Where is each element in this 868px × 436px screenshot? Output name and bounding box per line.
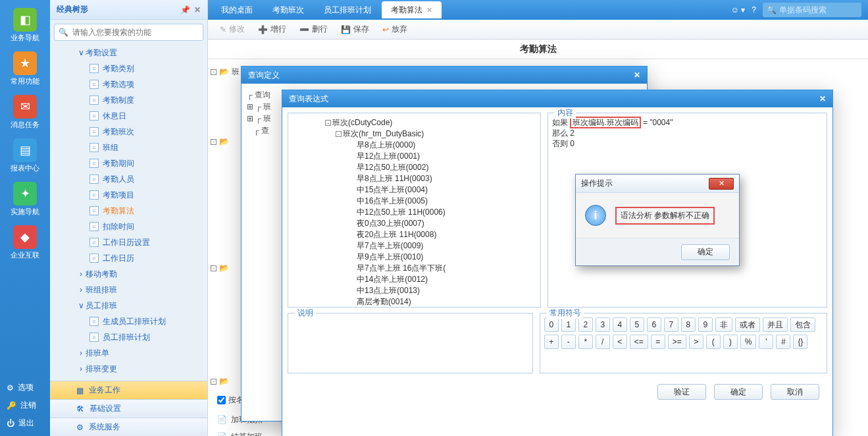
close-icon[interactable]: ✕ (426, 6, 432, 14)
tree-tab-base[interactable]: 🛠基础设置 (50, 399, 207, 418)
rail-item-biz[interactable]: ◧业务导航 (5, 5, 45, 45)
close-icon[interactable]: ✕ (194, 5, 201, 14)
tree-node[interactable]: ›排班单 (50, 345, 207, 361)
tree-node[interactable]: ≡考勤期间 (50, 155, 207, 171)
desc-label: 说明 (295, 308, 316, 319)
op-button[interactable]: 7 (664, 317, 678, 332)
tree-search-box[interactable]: 🔍 (54, 24, 203, 41)
op-button[interactable]: = (651, 335, 665, 349)
expr-tree-panel: - 班次(cDutyCode)- 班次(hr_tm_DutyBasic)早8点上… (288, 113, 541, 308)
close-icon[interactable]: ✕ (634, 70, 640, 80)
folder-icon: 📂 (219, 374, 229, 389)
tree-node[interactable]: ≡考勤人员 (50, 171, 207, 187)
close-icon[interactable]: ✕ (819, 94, 826, 103)
tree-node[interactable]: ≡生成员工排班计划 (50, 313, 207, 329)
folder-icon: 📂 (219, 261, 229, 275)
tree-node[interactable]: ≡考勤班次 (50, 124, 207, 140)
tab-desktop[interactable]: 我的桌面 (212, 1, 262, 18)
op-button[interactable]: 6 (647, 317, 661, 332)
op-button[interactable]: 9 (698, 317, 713, 332)
op-button[interactable]: <= (630, 335, 648, 349)
op-button[interactable]: * (578, 335, 593, 349)
rail-exit[interactable]: ⏻退出 (0, 414, 50, 432)
tree-node[interactable]: ›排班变更 (50, 361, 207, 374)
op-button[interactable]: ( (706, 335, 721, 349)
dlg1-titlebar[interactable]: 查询定义 ✕ (242, 67, 647, 84)
pin-icon[interactable]: 📌 (180, 5, 190, 14)
left-rail: ◧业务导航 ★常用功能 ✉消息任务 ▤报表中心 ✦实施导航 ◆企业互联 ⚙选项 … (0, 0, 50, 436)
op-button[interactable]: 包含 (790, 317, 815, 332)
tree-node[interactable]: ≡班组 (50, 140, 207, 155)
tree-node[interactable]: ∨员工排班 (50, 298, 207, 313)
tree-search-input[interactable] (72, 28, 199, 37)
tree-node[interactable]: ›班组排班 (50, 282, 207, 298)
op-button[interactable]: 8 (681, 317, 696, 332)
rail-logout[interactable]: 🔑注销 (0, 396, 50, 414)
op-button[interactable]: 2 (578, 317, 593, 332)
tree-node[interactable]: ≡考勤类别 (50, 61, 207, 76)
op-button[interactable]: >= (668, 335, 686, 349)
tree-node[interactable]: ∨考勤设置 (50, 45, 207, 61)
smile-icon[interactable]: ☺ ▾ (731, 5, 746, 14)
op-button[interactable]: > (689, 335, 703, 349)
op-button[interactable]: # (776, 335, 790, 349)
tree-node[interactable]: ≡休息日 (50, 108, 207, 124)
rail-item-msg[interactable]: ✉消息任务 (5, 92, 45, 132)
help-icon[interactable]: ? (752, 5, 756, 14)
op-button[interactable]: 非 (715, 317, 732, 332)
tb-addrow[interactable]: ➕增行 (253, 22, 292, 37)
op-button[interactable]: / (596, 335, 610, 349)
op-button[interactable]: 或者 (735, 317, 760, 332)
expr-tree[interactable]: - 班次(cDutyCode)- 班次(hr_tm_DutyBasic)早8点上… (292, 117, 536, 307)
dlg2-titlebar[interactable]: 查询表达式 ✕ (282, 90, 832, 107)
tree-node[interactable]: ≡员工排班计划 (50, 329, 207, 345)
close-icon[interactable]: ✕ (709, 178, 734, 190)
tb-edit[interactable]: ✎修改 (215, 22, 250, 37)
op-button[interactable]: + (544, 335, 559, 349)
info-icon: i (585, 205, 606, 226)
op-button[interactable]: 4 (613, 317, 627, 332)
op-button[interactable]: 0 (544, 317, 559, 332)
op-button[interactable]: % (740, 335, 757, 349)
tree-tab-sys[interactable]: ⚙系统服务 (50, 418, 207, 436)
tree-node[interactable]: ≡考勤算法 (50, 203, 207, 219)
cancel-button[interactable]: 取消 (771, 384, 819, 400)
op-button[interactable]: < (613, 335, 627, 349)
msgbox-title[interactable]: 操作提示 ✕ (576, 175, 739, 193)
tab-shift[interactable]: 考勤班次 (263, 1, 313, 18)
msgbox-ok-button[interactable]: 确定 (681, 244, 730, 260)
rail-options[interactable]: ⚙选项 (0, 379, 50, 396)
op-button[interactable]: {} (793, 335, 807, 349)
tree-node[interactable]: ≡工作日历设置 (50, 234, 207, 250)
op-button[interactable]: 1 (561, 317, 576, 332)
head-search[interactable]: 🔍 (763, 3, 861, 17)
tree-node[interactable]: ≡考勤项目 (50, 187, 207, 203)
tab-plan[interactable]: 员工排班计划 (315, 1, 380, 18)
ok-button[interactable]: 确定 (714, 384, 763, 400)
tree-tab-biz[interactable]: ▦业务工作 (50, 381, 207, 399)
op-button[interactable]: 3 (596, 317, 610, 332)
tb-delrow[interactable]: ➖删行 (294, 22, 333, 37)
op-button[interactable]: - (561, 335, 576, 349)
search-icon: 🔍 (59, 28, 68, 37)
head-search-input[interactable] (779, 5, 857, 14)
tree-node[interactable]: ≡工作日历 (50, 250, 207, 266)
rail-item-report[interactable]: ▤报表中心 (5, 136, 45, 175)
tree-node[interactable]: ≡考勤选项 (50, 76, 207, 92)
op-button[interactable]: ) (723, 335, 738, 349)
tb-discard[interactable]: ↩放弃 (377, 22, 413, 37)
tb-save[interactable]: 💾保存 (336, 22, 374, 37)
op-button[interactable]: 并且 (763, 317, 788, 332)
op-button[interactable]: ' (759, 335, 773, 349)
rail-item-conn[interactable]: ◆企业互联 (5, 223, 45, 262)
tab-algo[interactable]: 考勤算法✕ (382, 1, 442, 18)
op-button[interactable]: 5 (630, 317, 644, 332)
verify-button[interactable]: 验证 (657, 384, 706, 400)
tree-node[interactable]: ≡扣除时间 (50, 219, 207, 234)
tree-node[interactable]: ›移动考勤 (50, 266, 207, 282)
chk-byname[interactable] (217, 396, 226, 404)
tree-node[interactable]: ≡考勤制度 (50, 92, 207, 108)
rail-item-fav[interactable]: ★常用功能 (5, 49, 45, 88)
tree-list[interactable]: ∨考勤设置≡考勤类别≡考勤选项≡考勤制度≡休息日≡考勤班次≡班组≡考勤期间≡考勤… (50, 45, 207, 374)
rail-item-impl[interactable]: ✦实施导航 (5, 179, 45, 219)
